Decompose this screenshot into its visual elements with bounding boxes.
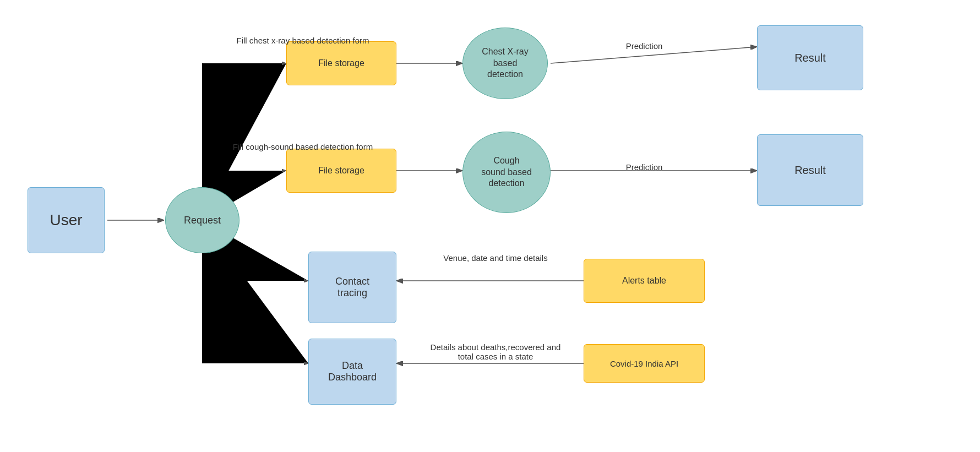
xray-form-label: Fill chest x-ray based detection form bbox=[204, 36, 402, 45]
chest-xray-node: Chest X-ray based detection bbox=[462, 28, 548, 99]
cough-form-label: Fill cough-sound based detection form bbox=[204, 142, 402, 151]
diagram: User Request File storage Chest X-ray ba… bbox=[0, 0, 980, 452]
request-node: Request bbox=[165, 187, 239, 253]
death-details-label: Details about deaths,recovered and total… bbox=[413, 333, 578, 361]
file-storage-2-node: File storage bbox=[286, 149, 396, 193]
data-dashboard-node: Data Dashboard bbox=[308, 339, 396, 405]
cough-sound-node: Cough sound based detection bbox=[462, 132, 551, 213]
contact-tracing-node: Contact tracing bbox=[308, 252, 396, 323]
prediction-2-label: Prediction bbox=[595, 162, 694, 172]
file-storage-1-node: File storage bbox=[286, 41, 396, 85]
result-1-node: Result bbox=[757, 25, 863, 90]
covid-api-node: Covid-19 India API bbox=[584, 344, 705, 383]
user-node: User bbox=[28, 187, 105, 253]
alerts-table-node: Alerts table bbox=[584, 259, 705, 303]
prediction-1-label: Prediction bbox=[595, 41, 694, 51]
result-2-node: Result bbox=[757, 134, 863, 206]
venue-details-label: Venue, date and time details bbox=[413, 253, 578, 263]
